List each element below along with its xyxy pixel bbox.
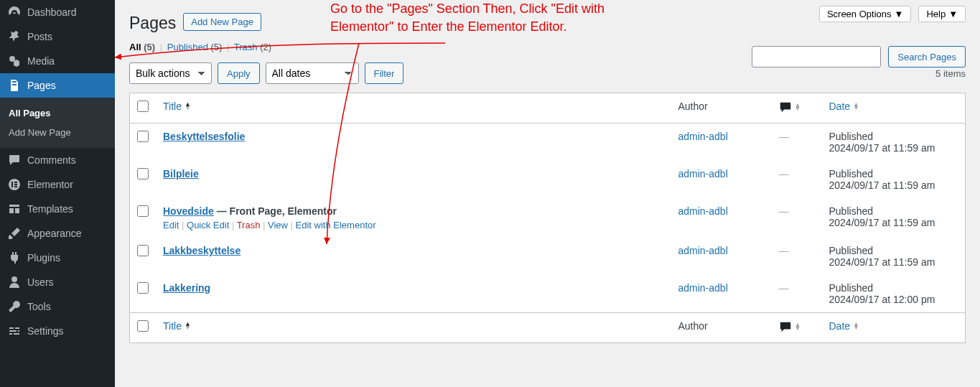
select-all-checkbox-bottom[interactable] [137, 320, 149, 332]
column-date-foot[interactable]: Date▲▼ [829, 320, 860, 332]
sidebar-item-elementor[interactable]: Elementor [0, 172, 115, 197]
help-button[interactable]: Help ▼ [918, 6, 966, 22]
author-link[interactable]: admin-adbl [678, 168, 728, 179]
row-checkbox[interactable] [137, 282, 149, 294]
sidebar-item-media[interactable]: Media [0, 49, 115, 73]
row-checkbox[interactable] [137, 245, 149, 256]
post-state: — Front Page, Elementor [214, 205, 337, 217]
comment-count: — [779, 131, 789, 142]
svg-rect-4 [14, 186, 17, 187]
author-link[interactable]: admin-adbl [678, 245, 728, 256]
sidebar-item-label: Pages [27, 80, 56, 91]
plug-icon [7, 251, 22, 265]
sidebar-item-label: Appearance [27, 228, 82, 239]
page-title-link[interactable]: Lakkering [163, 282, 210, 294]
svg-rect-1 [11, 182, 13, 187]
action-view[interactable]: View [268, 220, 288, 230]
pages-table: Title▲▼ Author ▲▼ Date▲▼ Beskyttelsesfol… [129, 93, 966, 343]
filter-trash[interactable]: Trash (2) [234, 42, 271, 52]
sidebar-item-posts[interactable]: Posts [0, 24, 115, 49]
comment-count: — [779, 205, 789, 217]
row-checkbox[interactable] [137, 205, 149, 217]
user-icon [7, 275, 22, 289]
date-status: Published [829, 245, 874, 256]
page-title-link[interactable]: Bilpleie [163, 168, 199, 179]
admin-sidebar: DashboardPostsMediaPagesAll PagesAdd New… [0, 0, 115, 387]
column-date[interactable]: Date▲▼ [829, 101, 860, 112]
page-title-link[interactable]: Hovedside [163, 205, 214, 217]
table-row: Lakkbeskyttelseadmin-adbl—Published2024/… [130, 238, 966, 275]
sliders-icon [7, 324, 22, 338]
dashboard-icon [7, 5, 22, 19]
column-comments[interactable]: ▲▼ [772, 93, 822, 123]
svg-rect-2 [14, 182, 17, 183]
author-link[interactable]: admin-adbl [678, 282, 728, 294]
date-value: 2024/09/17 at 11:59 am [829, 256, 935, 268]
action-edit[interactable]: Edit [163, 220, 179, 230]
pin-icon [7, 29, 22, 44]
author-link[interactable]: admin-adbl [678, 205, 728, 217]
sidebar-item-label: Templates [27, 203, 73, 215]
search-input[interactable] [752, 46, 881, 67]
date-value: 2024/09/17 at 12:00 pm [829, 294, 935, 305]
sidebar-item-templates[interactable]: Templates [0, 197, 115, 221]
table-row: Hovedside — Front Page, ElementorEdit | … [130, 198, 966, 238]
sidebar-item-users[interactable]: Users [0, 270, 115, 294]
triangle-down-icon: ▼ [895, 9, 904, 19]
date-value: 2024/09/17 at 11:59 am [829, 142, 935, 154]
sidebar-item-pages[interactable]: Pages [0, 73, 115, 98]
templates-icon [7, 202, 22, 216]
wrench-icon [7, 299, 22, 314]
comment-count: — [779, 168, 789, 179]
date-filter-select[interactable]: All dates [266, 62, 359, 84]
filter-button[interactable]: Filter [365, 62, 404, 84]
select-all-checkbox[interactable] [137, 101, 149, 112]
page-title-link[interactable]: Beskyttelsesfolie [163, 131, 245, 142]
row-checkbox[interactable] [137, 131, 149, 142]
sidebar-item-settings[interactable]: Settings [0, 319, 115, 343]
add-new-button[interactable]: Add New Page [183, 13, 261, 31]
bulk-actions-select[interactable]: Bulk actions [129, 62, 212, 84]
apply-button[interactable]: Apply [218, 62, 260, 84]
page-title: Pages [129, 7, 176, 36]
date-status: Published [829, 205, 874, 217]
sidebar-sub-all-pages[interactable]: All Pages [0, 103, 115, 123]
action-edit-with-elementor[interactable]: Edit with Elementor [296, 220, 376, 230]
date-status: Published [829, 131, 874, 142]
content-area: Screen Options ▼ Help ▼ Pages Add New Pa… [115, 0, 980, 387]
media-icon [7, 54, 22, 68]
triangle-down-icon: ▼ [948, 9, 958, 19]
row-checkbox[interactable] [137, 168, 149, 179]
search-button[interactable]: Search Pages [888, 46, 966, 67]
screen-options-button[interactable]: Screen Options ▼ [819, 6, 911, 22]
sidebar-item-label: Users [27, 276, 54, 288]
sidebar-item-plugins[interactable]: Plugins [0, 246, 115, 270]
comment-count: — [779, 245, 789, 256]
sidebar-item-dashboard[interactable]: Dashboard [0, 0, 115, 24]
author-link[interactable]: admin-adbl [678, 131, 728, 142]
sidebar-sub-add-new-page[interactable]: Add New Page [0, 123, 115, 142]
sidebar-item-label: Plugins [27, 252, 60, 264]
sidebar-item-appearance[interactable]: Appearance [0, 221, 115, 246]
sidebar-item-label: Tools [27, 301, 51, 312]
page-title-link[interactable]: Lakkbeskyttelse [163, 245, 241, 256]
pages-icon [7, 78, 22, 93]
action-trash[interactable]: Trash [237, 220, 261, 230]
column-title[interactable]: Title▲▼ [163, 101, 191, 112]
comment-count: — [779, 282, 789, 294]
date-status: Published [829, 282, 874, 294]
comment-icon [7, 153, 22, 167]
column-title-foot[interactable]: Title▲▼ [163, 320, 191, 332]
action-quick-edit[interactable]: Quick Edit [187, 220, 229, 230]
row-actions: Edit | Quick Edit | Trash | View | Edit … [163, 217, 664, 230]
filter-published[interactable]: Published (5) [167, 42, 223, 52]
items-count: 5 items [935, 68, 966, 79]
sidebar-item-label: Comments [27, 154, 76, 166]
sidebar-item-comments[interactable]: Comments [0, 148, 115, 172]
date-value: 2024/09/17 at 11:59 am [829, 179, 935, 191]
column-author: Author [671, 93, 772, 123]
filter-all[interactable]: All (5) [129, 42, 155, 52]
sidebar-item-tools[interactable]: Tools [0, 294, 115, 319]
svg-rect-3 [14, 184, 17, 185]
table-row: Lakkeringadmin-adbl—Published2024/09/17 … [130, 275, 966, 313]
